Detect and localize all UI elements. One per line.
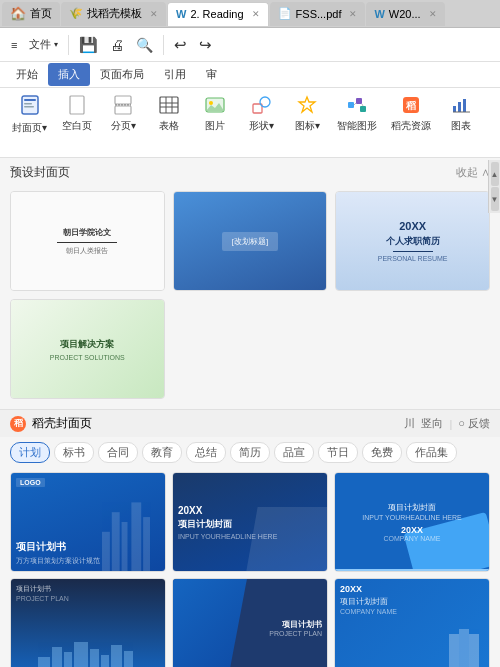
tab-insert[interactable]: 插入 [48,63,90,86]
svg-rect-18 [348,102,354,108]
icon-btn[interactable]: 图标▾ [285,92,329,153]
preset-template-1[interactable]: 朝日学院论文 朝日人类报告 [10,191,165,291]
wps-resources-icon: 稻 [400,94,422,119]
tab-bar: 🏠 首页 🌾 找稻壳模板 ✕ W 2. Reading ✕ 📄 FSS...pd… [0,0,500,28]
tab-wps-templates[interactable]: 🌾 找稻壳模板 ✕ [61,2,166,26]
svg-rect-4 [70,96,84,114]
wps-resources-label: 稻壳资源 [391,119,431,133]
tag-free[interactable]: 免费 [362,442,402,463]
direction-label[interactable]: 竖向 [421,416,443,431]
svg-text:稻: 稻 [405,100,417,111]
tag-brand[interactable]: 品宣 [274,442,314,463]
tab-fss[interactable]: 📄 FSS...pdf ✕ [270,2,366,26]
tag-resume[interactable]: 简历 [230,442,270,463]
wps-resources-btn[interactable]: 稻 稻壳资源 [385,92,437,153]
preset-title: 预设封面页 [10,164,70,181]
preset-section-header: 预设封面页 收起 ∧ [0,158,500,187]
svg-rect-41 [124,651,133,667]
file-btn[interactable]: 文件 ▾ [24,35,63,54]
toolbar-sep-2 [163,35,164,55]
tab-wox-close-icon[interactable]: ✕ [429,9,437,19]
tag-contract[interactable]: 合同 [98,442,138,463]
wps-template-6[interactable]: 20XX 项目计划封面 COMPANY NAME [334,578,490,667]
preset-template-4[interactable]: 项目解决方案 PROJECT SOLUTIONS [10,299,165,399]
svg-rect-2 [24,103,32,105]
save-btn[interactable]: 💾 [74,34,103,56]
undo-btn[interactable]: ↩ [169,34,192,56]
wps-template-5[interactable]: 项目计划书 PROJECT PLAN [172,578,328,667]
tab-wox[interactable]: W W20... ✕ [366,2,444,26]
side-btn-1[interactable]: ▲ [491,162,499,186]
page-break-icon [112,94,134,119]
wps-template-3[interactable]: 项目计划封面 INPUT YOURHEADLINE HERE 20XX COMP… [334,472,490,572]
content-area[interactable]: 预设封面页 收起 ∧ 朝日学院论文 朝日人类报告 [改划标题] 20XX 个 [0,158,500,667]
tag-portfolio[interactable]: 作品集 [406,442,457,463]
svg-rect-1 [24,99,36,101]
svg-rect-32 [131,502,141,571]
print-btn[interactable]: 🖨 [105,35,129,55]
tag-bids[interactable]: 标书 [54,442,94,463]
tag-plan[interactable]: 计划 [10,442,50,463]
page-break-btn[interactable]: 分页▾ [101,92,145,153]
file-label: 文件 [29,37,51,52]
search-btn[interactable]: 🔍 [131,35,158,55]
tag-education[interactable]: 教育 [142,442,182,463]
menu-btn[interactable]: ≡ [6,37,22,53]
svg-point-16 [260,97,270,107]
tab-home[interactable]: 🏠 首页 [2,2,60,26]
wps-template-1[interactable]: LOGO 项目计划书 万方项目策划方案设计规范 [10,472,166,572]
tag-summary[interactable]: 总结 [186,442,226,463]
search-icon: 🔍 [136,37,153,53]
svg-rect-34 [38,657,50,667]
shape-btn[interactable]: 形状▾ [239,92,283,153]
svg-point-14 [209,101,213,105]
tab-home-label: 首页 [30,6,52,21]
undo-icon: ↩ [174,36,187,54]
preset-template-2[interactable]: [改划标题] [173,191,328,291]
collapse-btn[interactable]: 收起 ∧ [456,165,490,180]
tab-fss-close-icon[interactable]: ✕ [349,9,357,19]
svg-rect-5 [115,96,131,104]
image-btn[interactable]: 图片 [193,92,237,153]
table-label: 表格 [159,119,179,133]
cover-page-btn[interactable]: 封面页▾ [6,92,53,153]
blank-page-icon [66,94,88,119]
svg-rect-40 [111,645,122,667]
tab-wox-label: W20... [389,8,421,20]
preset-template-3[interactable]: 20XX 个人求职简历 PERSONAL RESUME [335,191,490,291]
wps-section-divider: 稻 稻壳封面页 川 竖向 | ○ 反馈 [0,409,500,437]
tab-layout[interactable]: 页面布局 [90,63,154,86]
tab-wps-label: 找稻壳模板 [87,6,142,21]
side-btn-2[interactable]: ▼ [491,187,499,211]
preset-templates-grid: 朝日学院论文 朝日人类报告 [改划标题] 20XX 个人求职简历 PERSONA… [0,187,500,409]
feedback-label[interactable]: ○ 反馈 [458,416,490,431]
wps-template-2[interactable]: 20XX 项目计划封面 INPUT YOURHEADLINE HERE [172,472,328,572]
wps-section-title: 稻壳封面页 [32,415,92,432]
redo-btn[interactable]: ↪ [194,34,217,56]
smart-shape-btn[interactable]: 智能图形 [331,92,383,153]
wps-template-4[interactable]: 项目计划书 PROJECT PLAN [10,578,166,667]
menu-icon: ≡ [11,39,17,51]
svg-line-22 [362,104,363,106]
tag-holiday[interactable]: 节日 [318,442,358,463]
save-icon: 💾 [79,36,98,54]
svg-rect-8 [160,97,178,113]
svg-rect-33 [143,517,150,571]
svg-rect-19 [356,98,362,104]
word-icon: W [176,8,186,20]
tab-reading[interactable]: W 2. Reading ✕ [167,2,269,26]
tab-reading-close-icon[interactable]: ✕ [252,9,260,19]
direction-icon: 川 [404,416,415,431]
tab-start[interactable]: 开始 [6,63,48,86]
tab-reference[interactable]: 引用 [154,63,196,86]
tab-reading-label: 2. Reading [190,8,243,20]
svg-rect-27 [463,99,466,112]
blank-page-btn[interactable]: 空白页 [55,92,99,153]
tab-review[interactable]: 审 [196,63,227,86]
chart-btn[interactable]: 图表 [439,92,483,153]
tab-close-icon[interactable]: ✕ [150,9,158,19]
tab-fss-label: FSS...pdf [296,8,342,20]
svg-rect-31 [122,522,128,571]
menu-tabs: 开始 插入 页面布局 引用 审 [0,62,500,88]
table-btn[interactable]: 表格 [147,92,191,153]
